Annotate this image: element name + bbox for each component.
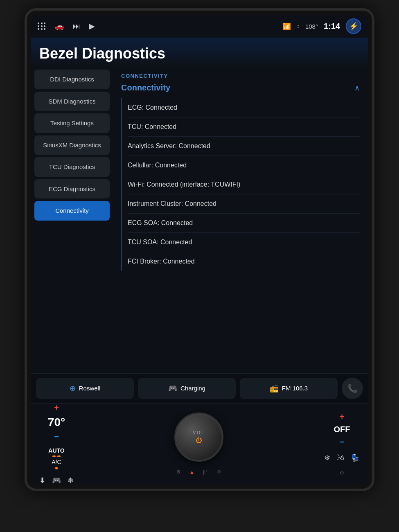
list-item: Cellullar: Connected [128, 156, 360, 175]
charging-icon: 🎮 [168, 384, 177, 393]
main-content: Bezel Diagnostics DDI Diagnostics SDM Di… [31, 38, 368, 403]
volume-knob[interactable]: VOL ⏻ [174, 413, 223, 462]
chevron-up-icon[interactable]: ∧ [354, 83, 360, 92]
temp-right-minus-icon[interactable]: − [340, 437, 345, 447]
wifi-icon: 📶 [283, 23, 291, 30]
nav-indicator-4: ⚙ [340, 470, 344, 476]
list-item: FCI Broker: Connected [128, 252, 360, 271]
sidebar-item-ecg[interactable]: ECG Diagnostics [34, 179, 110, 199]
status-bar-left: 🚗 ⏭ ▶ [38, 22, 95, 31]
vol-label: VOL [193, 431, 205, 435]
roswell-label: Roswell [79, 385, 101, 392]
off-label: OFF [334, 425, 350, 434]
steering-heat-icon[interactable]: 🎮 [52, 476, 61, 485]
auto-label: AUTO [48, 447, 64, 454]
nav-indicator-3: ⚙ [217, 469, 221, 476]
connectivity-list-container: ECG: Connected TCU: Connected Analytics … [121, 98, 360, 271]
section-label-connectivity: CONNECTIVITY [121, 73, 360, 79]
content-panel: CONNECTIVITY Connectivity ∧ ECG: Connect… [113, 67, 368, 373]
temp-controls: + 70° − AUTO A/C ⬇ 🎮 ❄ [39, 403, 74, 485]
nav-indicator-1: ⚙ [176, 469, 181, 476]
sidebar-item-tcu[interactable]: TCU Diagnostics [34, 157, 110, 177]
wifi-status: Wi-Fi: Connected (interface: TCUWIFI) [128, 175, 360, 194]
temperature-display: 108° [305, 23, 318, 30]
nav-indicator-2: |P| [203, 469, 209, 476]
sidebar-item-ddi[interactable]: DDI Diagnostics [34, 70, 110, 89]
fan-mode-icon[interactable]: ⬇ [39, 476, 45, 485]
sidebar-item-sdm[interactable]: SDM Diagnostics [34, 92, 110, 111]
status-bar-right: 📶 ↕ 108° 1:14 ⚡ [283, 18, 361, 34]
controls-area: + 70° − AUTO A/C ⬇ 🎮 ❄ [31, 403, 368, 485]
fm-widget[interactable]: 📻 FM 106.3 [240, 378, 338, 399]
body-layout: DDI Diagnostics SDM Diagnostics Testing … [31, 67, 368, 373]
roswell-widget[interactable]: ⊕ Roswell [36, 378, 134, 399]
warning-icon: ▲ [189, 469, 195, 476]
ecg-status: ECG: Connected [128, 98, 360, 117]
ac-label: A/C [52, 459, 61, 465]
ecgsoa-status: ECG SOA: Connected [128, 214, 360, 233]
app-grid-icon[interactable] [38, 23, 46, 30]
list-item: Analytics Server: Connected [128, 137, 360, 156]
connectivity-items: ECG: Connected TCU: Connected Analytics … [128, 98, 360, 271]
temp-plus-icon[interactable]: + [54, 403, 59, 413]
fan-speed-icon[interactable]: ❄ [68, 476, 74, 485]
sidebar-item-siriusxm[interactable]: SiriusXM Diagnostics [34, 135, 110, 155]
list-item: ECG: Connected [128, 98, 360, 117]
time-display: 1:14 [324, 22, 340, 31]
defrost-rear-icon[interactable]: ❄ [324, 453, 330, 462]
screen: 🚗 ⏭ ▶ 📶 ↕ 108° 1:14 ⚡ Bezel Diagnostics [31, 15, 368, 485]
defrost-front-icon[interactable]: 🌬 [337, 453, 344, 462]
seat-heat-icon[interactable]: 💺 [351, 453, 360, 462]
list-item: TCU: Connected [128, 117, 360, 137]
sidebar-item-connectivity[interactable]: Connectivity [34, 201, 110, 221]
temp-right-plus-icon[interactable]: + [340, 412, 345, 422]
bottom-bar: ⊕ Roswell 🎮 Charging 📻 FM 106.3 📞 [31, 373, 368, 403]
list-item: TCU SOA: Connected [128, 233, 360, 252]
volume-knob-area: VOL ⏻ ⚙ ▲ |P| ⚙ [174, 413, 223, 476]
tcusoa-status: TCU SOA: Connected [128, 233, 360, 252]
phone-icon: 📞 [347, 383, 358, 393]
phone-widget[interactable]: 📞 [342, 378, 363, 399]
list-item: Instrument Cluster: Connected [128, 194, 360, 214]
status-bar: 🚗 ⏭ ▶ 📶 ↕ 108° 1:14 ⚡ [31, 15, 368, 38]
fm-radio-icon: 📻 [270, 384, 279, 393]
bolt-icon: ⚡ [349, 22, 358, 31]
page-title: Bezel Diagnostics [39, 45, 360, 62]
cellular-status: Cellullar: Connected [128, 156, 360, 175]
temp-display: 70° [48, 416, 65, 429]
signal-bars-icon: ↕ [297, 23, 300, 29]
charging-label: Charging [180, 385, 205, 392]
instrument-status: Instrument Cluster: Connected [128, 194, 360, 214]
temp-minus-icon[interactable]: − [54, 432, 59, 442]
fm-label: FM 106.3 [282, 385, 308, 392]
climate-right-controls: + OFF − ❄ 🌬 💺 ⚙ [324, 412, 360, 476]
power-icon: ⏻ [196, 437, 202, 444]
play-icon[interactable]: ▶ [89, 22, 95, 31]
list-item: Wi-Fi: Connected (interface: TCUWIFI) [128, 175, 360, 194]
user-avatar[interactable]: ⚡ [346, 18, 361, 34]
expand-title: Connectivity [121, 83, 170, 92]
roswell-icon: ⊕ [70, 384, 76, 393]
list-item: ECG SOA: Connected [128, 214, 360, 233]
tcu-status: TCU: Connected [128, 117, 360, 137]
page-header: Bezel Diagnostics [31, 38, 368, 67]
divider-line [121, 98, 122, 271]
media-icon[interactable]: ⏭ [73, 22, 80, 31]
device-bezel: 🚗 ⏭ ▶ 📶 ↕ 108° 1:14 ⚡ Bezel Diagnostics [25, 8, 374, 491]
analytics-status: Analytics Server: Connected [128, 137, 360, 156]
sidebar-item-testing[interactable]: Testing Settings [34, 113, 110, 133]
sidebar: DDI Diagnostics SDM Diagnostics Testing … [31, 67, 113, 373]
expand-row[interactable]: Connectivity ∧ [121, 83, 360, 92]
fci-status: FCI Broker: Connected [128, 252, 360, 271]
charging-widget[interactable]: 🎮 Charging [138, 378, 236, 399]
car-icon[interactable]: 🚗 [55, 22, 64, 31]
